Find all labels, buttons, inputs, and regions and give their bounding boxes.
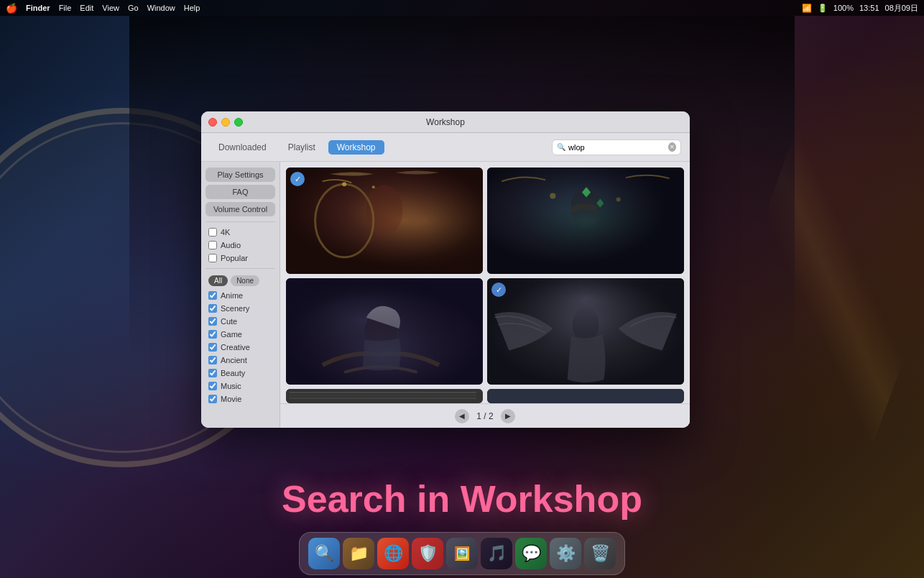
faq-button[interactable]: FAQ (205, 185, 275, 199)
checkbox-music[interactable] (208, 382, 217, 390)
tab-downloaded[interactable]: Downloaded (210, 140, 275, 155)
menu-help[interactable]: Help (184, 4, 200, 12)
label-movie: Movie (221, 395, 241, 403)
menu-edit[interactable]: Edit (80, 4, 93, 12)
label-audio: Audio (221, 241, 241, 249)
check-badge-1: ✓ (290, 172, 305, 186)
prev-page-button[interactable]: ◀ (455, 409, 469, 423)
filter-anime[interactable]: Anime (205, 290, 275, 301)
svg-rect-27 (487, 389, 684, 403)
maximize-button[interactable] (234, 118, 243, 127)
check-badge-4: ✓ (491, 283, 506, 297)
wifi-icon: 📶 (802, 4, 812, 13)
svg-rect-18 (286, 278, 483, 385)
menubar-right: 📶 🔋 100% 13:51 08月09日 (802, 3, 918, 14)
grid-item-5-partial[interactable] (286, 389, 483, 403)
checkbox-movie[interactable] (208, 395, 217, 403)
toolbar: Downloaded Playlist Workshop 🔍 ✕ (201, 133, 690, 162)
image-6-partial (487, 389, 684, 403)
checkbox-ancient[interactable] (208, 356, 217, 364)
image-grid: ✓ (286, 168, 684, 385)
dock: 🔍 📁 🌐 🛡️ 🖼️ 🎵 💬 ⚙️ 🗑️ (299, 532, 625, 575)
pagination: ◀ 1 / 2 ▶ (280, 403, 690, 428)
tab-playlist[interactable]: Playlist (279, 140, 324, 155)
wallpaper-icon: 🖼️ (454, 546, 470, 561)
filter-none-button[interactable]: None (231, 275, 259, 286)
dock-icon-finder[interactable]: 🔍 (308, 538, 340, 569)
close-button[interactable] (208, 118, 217, 127)
filter-game[interactable]: Game (205, 329, 275, 339)
minimize-button[interactable] (221, 118, 230, 127)
dock-icon-security[interactable]: 🛡️ (412, 538, 443, 569)
search-input[interactable] (568, 143, 665, 152)
label-music: Music (221, 382, 241, 390)
finder-icon: 🔍 (315, 544, 334, 563)
svg-rect-26 (290, 398, 476, 399)
filter-popular[interactable]: Popular (205, 253, 275, 263)
label-4k: 4K (221, 228, 230, 237)
sidebar: Play Settings FAQ Volume Control 4K Audi… (201, 162, 280, 428)
dock-icon-wallpaper[interactable]: 🖼️ (446, 538, 478, 569)
chat-icon: 💬 (522, 544, 541, 563)
checkbox-game[interactable] (208, 330, 217, 339)
image-3-artwork (286, 278, 483, 385)
menubar-left: 🍎 Finder File Edit View Go Window Help (6, 3, 200, 14)
dock-icon-trash[interactable]: 🗑️ (584, 538, 616, 569)
svg-rect-22 (487, 278, 684, 385)
filter-4k[interactable]: 4K (205, 227, 275, 237)
filter-audio[interactable]: Audio (205, 240, 275, 250)
checkbox-popular[interactable] (208, 254, 217, 262)
checkbox-scenery[interactable] (208, 304, 217, 313)
menu-window[interactable]: Window (147, 4, 175, 12)
filter-ancient[interactable]: Ancient (205, 355, 275, 365)
battery-percent: 100% (833, 4, 854, 12)
menu-file[interactable]: File (59, 4, 72, 12)
dock-icon-files[interactable]: 📁 (343, 538, 374, 569)
title-bar: Workshop (201, 111, 690, 133)
checkbox-audio[interactable] (208, 241, 217, 249)
menu-view[interactable]: View (102, 4, 119, 12)
svg-rect-25 (290, 395, 476, 396)
clock: 13:51 (859, 4, 879, 12)
sidebar-divider-1 (205, 221, 275, 222)
filter-beauty[interactable]: Beauty (205, 368, 275, 378)
next-page-button[interactable]: ▶ (501, 409, 515, 423)
checkbox-4k[interactable] (208, 228, 217, 237)
app-window: Workshop Downloaded Playlist Workshop 🔍 … (201, 111, 690, 428)
search-clear-button[interactable]: ✕ (668, 142, 676, 152)
filter-all-button[interactable]: All (208, 275, 228, 286)
main-area: Play Settings FAQ Volume Control 4K Audi… (201, 162, 690, 428)
grid-item-2[interactable] (487, 168, 684, 274)
partial-row (286, 389, 684, 403)
checkbox-creative[interactable] (208, 343, 217, 352)
checkbox-beauty[interactable] (208, 369, 217, 377)
checkbox-cute[interactable] (208, 317, 217, 326)
search-box: 🔍 ✕ (552, 139, 681, 155)
grid-item-3[interactable] (286, 278, 483, 385)
apple-menu[interactable]: 🍎 (6, 3, 17, 14)
filter-creative[interactable]: Creative (205, 342, 275, 352)
volume-control-button[interactable]: Volume Control (205, 202, 275, 216)
svg-rect-6 (286, 168, 483, 274)
image-1-artwork (286, 168, 483, 274)
label-scenery: Scenery (221, 304, 249, 313)
checkbox-anime[interactable] (208, 291, 217, 300)
dock-icon-chat[interactable]: 💬 (515, 538, 547, 569)
filter-scenery[interactable]: Scenery (205, 303, 275, 313)
menu-go[interactable]: Go (128, 4, 139, 12)
play-settings-button[interactable]: Play Settings (205, 168, 275, 182)
dock-icon-music[interactable]: 🎵 (481, 538, 512, 569)
dock-icon-settings[interactable]: ⚙️ (550, 538, 581, 569)
filter-movie[interactable]: Movie (205, 394, 275, 404)
dock-icon-browser[interactable]: 🌐 (377, 538, 409, 569)
traffic-lights (208, 118, 243, 127)
menu-finder[interactable]: Finder (26, 4, 50, 12)
tab-workshop[interactable]: Workshop (328, 140, 384, 155)
grid-item-4[interactable]: ✓ (487, 278, 684, 385)
filter-music[interactable]: Music (205, 381, 275, 391)
grid-item-1[interactable]: ✓ (286, 168, 483, 274)
label-popular: Popular (221, 254, 248, 262)
label-ancient: Ancient (221, 356, 247, 364)
grid-item-6-partial[interactable] (487, 389, 684, 403)
filter-cute[interactable]: Cute (205, 316, 275, 326)
